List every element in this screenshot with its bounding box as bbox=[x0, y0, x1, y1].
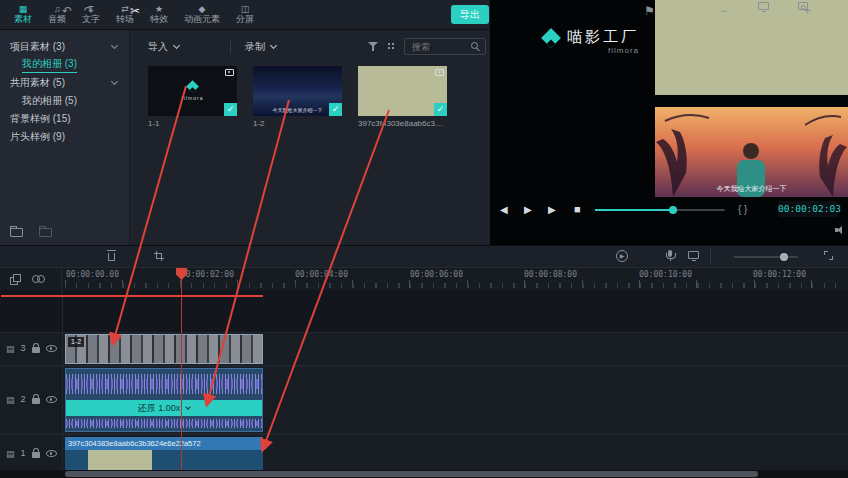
divider bbox=[710, 249, 711, 263]
search-icon[interactable] bbox=[471, 42, 480, 51]
snapshot-icon bbox=[225, 69, 234, 76]
media-item-name: 1-1 bbox=[148, 119, 237, 128]
undo-button[interactable]: ↶ bbox=[62, 4, 72, 18]
lock-icon[interactable] bbox=[32, 398, 40, 404]
media-icon: ▦ bbox=[19, 4, 28, 14]
sidebar-item-background-samples[interactable]: 背景样例 (15) bbox=[0, 110, 129, 128]
ruler-label: 00:00:10:00 bbox=[639, 270, 692, 279]
timeline-toolbar bbox=[0, 245, 848, 268]
export-button[interactable]: 导出 bbox=[451, 5, 489, 24]
delete-folder-icon[interactable] bbox=[39, 228, 52, 237]
crop-icon[interactable] bbox=[154, 251, 164, 261]
next-frame-button[interactable]: ▶ bbox=[548, 202, 556, 217]
media-item-name: 1-2 bbox=[253, 119, 342, 128]
sidebar-item-label: 共用素材 (5) bbox=[10, 76, 65, 90]
view-grid-icon[interactable] bbox=[387, 42, 395, 50]
added-check-icon bbox=[329, 103, 342, 116]
seek-handle[interactable] bbox=[669, 206, 677, 214]
sidebar-item-my-album-shared[interactable]: 我的相册 (5) bbox=[0, 92, 129, 110]
zoom-fit-icon[interactable] bbox=[824, 251, 833, 260]
ruler-label: 00:00:02:00 bbox=[181, 270, 234, 279]
new-folder-icon[interactable] bbox=[10, 228, 23, 237]
sidebar-item-shared-media[interactable]: 共用素材 (5) bbox=[0, 74, 129, 92]
waveform-upper bbox=[66, 369, 262, 399]
search-input[interactable] bbox=[410, 41, 467, 53]
timeline-zoom-slider[interactable] bbox=[734, 256, 798, 258]
link-clips-icon[interactable] bbox=[32, 275, 44, 282]
stop-button[interactable]: ■ bbox=[574, 202, 581, 217]
sidebar-item-my-album-project[interactable]: 我的相册 (3) bbox=[0, 56, 129, 74]
ruler-label: 00:00:06:00 bbox=[410, 270, 463, 279]
divider bbox=[230, 39, 231, 53]
track-number: 1 bbox=[21, 448, 26, 458]
timeline-clip-video-1-2[interactable]: 1-2 bbox=[65, 334, 263, 364]
chevron-down-icon bbox=[111, 78, 118, 85]
media-item-1-1[interactable]: filmora bbox=[148, 66, 237, 116]
waveform-lower bbox=[66, 416, 262, 431]
subtitle-caption: 今天我给大家介绍一下 bbox=[655, 184, 848, 194]
play-button[interactable]: ▶ bbox=[524, 202, 532, 217]
speed-bar[interactable]: 还原 1.00x bbox=[66, 400, 262, 416]
filmora-diamond-icon bbox=[186, 80, 199, 93]
clip-body bbox=[65, 450, 263, 470]
volume-icon[interactable] bbox=[835, 225, 845, 235]
delete-icon[interactable] bbox=[108, 253, 115, 261]
import-button[interactable]: 导入 bbox=[148, 38, 179, 55]
folder-actions bbox=[10, 224, 52, 237]
record-voiceover-icon[interactable] bbox=[668, 250, 672, 257]
marker-flag-icon[interactable]: ⚑ bbox=[644, 4, 655, 18]
filter-icon[interactable] bbox=[368, 42, 378, 52]
tab-media[interactable]: ▦ 素材 bbox=[6, 0, 40, 30]
video-editor-app: ▦ 素材 ♫ 音频 T 文字 ⇄ 转场 ★ 特效 ◆ 动画元素 ◫ 分屏 导出 bbox=[0, 0, 848, 478]
image-frame bbox=[88, 450, 152, 470]
media-item-397c[interactable] bbox=[358, 66, 447, 116]
minor-ticks bbox=[65, 283, 845, 288]
timeline-scrollbar bbox=[0, 470, 848, 478]
preview-panel: 喵影工厂 filmora bbox=[490, 0, 848, 245]
sidebar-item-intro-samples[interactable]: 片头样例 (9) bbox=[0, 128, 129, 146]
lock-icon[interactable] bbox=[32, 347, 40, 353]
zoom-in-button[interactable]: + bbox=[804, 4, 811, 18]
sidebar-item-label: 片头样例 (9) bbox=[10, 130, 65, 144]
playhead[interactable] bbox=[181, 268, 182, 470]
tab-label: 分屏 bbox=[236, 14, 254, 25]
search-box bbox=[404, 38, 486, 55]
eye-icon[interactable] bbox=[46, 450, 57, 457]
sidebar-item-project-media[interactable]: 项目素材 (3) bbox=[0, 38, 129, 56]
track-type-icon bbox=[6, 343, 15, 354]
timeline-clip-image-397c[interactable]: 397c304383e8aab6c3b3624e6e22a572 bbox=[65, 437, 263, 470]
lock-icon[interactable] bbox=[32, 452, 40, 458]
media-panel: 导入 录制 filmora 今天我给大家介绍一下 bbox=[130, 30, 490, 245]
prev-frame-button[interactable]: ◀ bbox=[500, 202, 508, 217]
transition-icon: ⇄ bbox=[121, 4, 129, 14]
brand-sub: filmora bbox=[567, 46, 639, 55]
eye-icon[interactable] bbox=[46, 396, 57, 403]
library-sidebar: 项目素材 (3) 我的相册 (3) 共用素材 (5) 我的相册 (5) 背景样例… bbox=[0, 30, 130, 245]
manage-tracks-icon[interactable] bbox=[10, 274, 20, 284]
tab-splitscreen[interactable]: ◫ 分屏 bbox=[228, 0, 262, 30]
media-item-1-2[interactable]: 今天我给大家介绍一下 bbox=[253, 66, 342, 116]
filmora-wordmark: filmora bbox=[181, 95, 203, 101]
seek-bar[interactable] bbox=[595, 209, 725, 211]
preview-image-block bbox=[655, 0, 848, 95]
zoom-out-button[interactable]: − bbox=[720, 4, 727, 18]
scrollbar-thumb[interactable] bbox=[65, 471, 758, 477]
split-scissors-button[interactable]: ✂ bbox=[130, 4, 140, 18]
mixer-icon[interactable] bbox=[688, 251, 699, 259]
record-button[interactable]: 录制 bbox=[245, 38, 276, 55]
effects-icon: ★ bbox=[155, 4, 163, 14]
ruler-label: 00:00:00.00 bbox=[66, 270, 119, 279]
display-mode-icon[interactable] bbox=[758, 2, 769, 10]
tab-effects[interactable]: ★ 特效 bbox=[142, 0, 176, 30]
sidebar-item-label: 背景样例 (15) bbox=[10, 112, 71, 126]
ruler-label: 00:00:08:00 bbox=[524, 270, 577, 279]
timeline-clip-audio[interactable]: 还原 1.00x bbox=[65, 368, 263, 432]
zoom-slider-handle[interactable] bbox=[780, 253, 788, 261]
eye-icon[interactable] bbox=[46, 345, 57, 352]
track-type-icon bbox=[6, 394, 15, 405]
clip-label: 397c304383e8aab6c3b3624e6e22a572 bbox=[65, 437, 263, 450]
tab-elements[interactable]: ◆ 动画元素 bbox=[176, 0, 228, 30]
redo-button[interactable]: ↷ bbox=[84, 4, 94, 18]
mark-in-out-icon[interactable]: { } bbox=[738, 202, 747, 217]
render-preview-icon[interactable]: ▶ bbox=[616, 250, 628, 262]
